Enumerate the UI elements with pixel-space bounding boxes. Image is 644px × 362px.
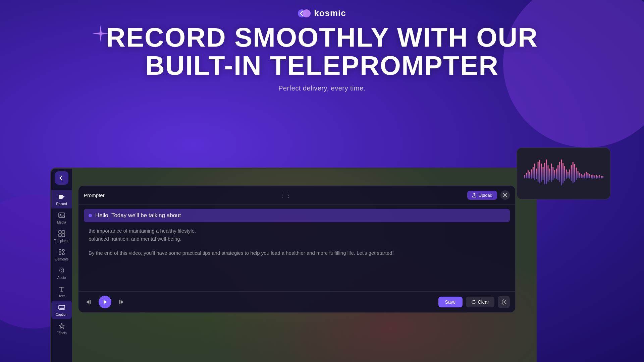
sidebar-label-effects: Effects — [56, 331, 66, 335]
header: kosmic — [0, 0, 644, 18]
svg-rect-68 — [591, 175, 592, 178]
svg-rect-45 — [552, 167, 553, 180]
prompter-actions: Upload — [467, 190, 510, 200]
sidebar-label-templates: Templates — [54, 239, 69, 243]
sidebar-label-elements: Elements — [55, 257, 69, 261]
save-button[interactable]: Save — [438, 297, 463, 307]
svg-rect-57 — [573, 162, 574, 183]
sidebar-item-record[interactable]: Record — [51, 190, 72, 208]
footer-right-controls: Save Clear — [438, 296, 510, 308]
brand-name: kosmic — [314, 8, 346, 18]
active-indicator — [89, 214, 92, 217]
svg-marker-23 — [104, 300, 107, 304]
svg-rect-46 — [554, 170, 555, 179]
svg-rect-37 — [539, 160, 540, 183]
svg-rect-72 — [597, 176, 598, 178]
prompter-footer: Save Clear — [78, 291, 515, 312]
sidebar-item-audio[interactable]: Audio — [51, 264, 72, 282]
play-icon — [102, 299, 108, 305]
sidebar-item-elements[interactable]: Elements — [51, 245, 72, 264]
svg-point-1 — [303, 9, 311, 17]
svg-rect-75 — [602, 176, 603, 178]
svg-rect-34 — [534, 164, 535, 180]
forward-icon — [117, 299, 124, 305]
svg-rect-32 — [531, 170, 532, 179]
svg-rect-60 — [578, 171, 579, 178]
svg-rect-41 — [546, 160, 547, 184]
svg-rect-8 — [59, 234, 61, 237]
sidebar-item-templates[interactable]: Templates — [51, 227, 72, 245]
prompter-body-2: By the end of this video, you'll have so… — [84, 248, 510, 258]
svg-rect-47 — [556, 169, 557, 179]
svg-rect-43 — [549, 169, 550, 180]
svg-rect-70 — [594, 175, 595, 178]
sidebar-item-effects[interactable]: Effects — [51, 319, 72, 338]
svg-rect-63 — [583, 175, 584, 178]
svg-rect-64 — [584, 174, 585, 179]
svg-rect-39 — [543, 167, 544, 180]
app-mockup: Record Media — [40, 168, 604, 362]
refresh-icon — [471, 300, 476, 304]
svg-rect-51 — [562, 163, 564, 183]
svg-point-13 — [62, 253, 64, 255]
svg-rect-4 — [59, 213, 65, 218]
rewind-icon — [86, 299, 93, 305]
audio-icon — [58, 266, 66, 275]
settings-button[interactable] — [498, 296, 510, 308]
svg-rect-22 — [90, 300, 91, 304]
close-icon — [503, 193, 507, 197]
svg-rect-73 — [599, 175, 600, 178]
svg-rect-36 — [538, 162, 539, 182]
prompter-title: Prompter — [84, 192, 105, 198]
svg-point-11 — [62, 249, 64, 251]
svg-rect-38 — [541, 164, 542, 182]
media-icon — [58, 211, 66, 219]
svg-rect-61 — [579, 173, 580, 178]
svg-rect-29 — [526, 173, 527, 179]
screen-frame: Record Media — [50, 168, 537, 362]
svg-rect-31 — [529, 172, 530, 179]
svg-rect-35 — [536, 169, 537, 179]
sidebar-item-media[interactable]: Media — [51, 208, 72, 227]
play-button[interactable] — [99, 296, 111, 308]
svg-rect-25 — [119, 300, 120, 304]
sidebar-item-text[interactable]: Text — [51, 282, 72, 301]
prompter-body-1: the importance of maintaining a healthy … — [84, 226, 510, 244]
logo-icon — [298, 8, 311, 18]
svg-rect-65 — [586, 172, 587, 179]
svg-rect-15 — [59, 305, 65, 309]
sidebar-logo-btn[interactable] — [55, 171, 68, 185]
clear-button[interactable]: Clear — [466, 297, 494, 307]
upload-button[interactable]: Upload — [467, 191, 497, 200]
sidebar: Record Media — [51, 169, 72, 362]
prompter-content: Hello, Today we'll be talking about the … — [78, 205, 515, 291]
waveform-visualization — [524, 155, 603, 192]
record-icon — [58, 193, 66, 201]
forward-button[interactable] — [115, 297, 126, 307]
close-button[interactable] — [500, 190, 510, 200]
svg-rect-49 — [559, 162, 560, 182]
prompter-body-text-2: By the end of this video, you'll have so… — [89, 249, 505, 257]
svg-rect-7 — [62, 231, 65, 233]
sidebar-label-record: Record — [56, 202, 67, 206]
svg-point-10 — [59, 249, 61, 251]
sidebar-item-caption[interactable]: Caption — [51, 301, 72, 319]
svg-rect-42 — [547, 165, 548, 182]
svg-rect-50 — [561, 160, 562, 185]
svg-rect-54 — [568, 172, 569, 178]
prompter-panel: Prompter ⋮⋮ Upload — [78, 185, 516, 313]
sidebar-label-media: Media — [57, 221, 66, 224]
svg-rect-48 — [557, 165, 558, 180]
rewind-button[interactable] — [84, 297, 95, 307]
prompter-header: Prompter ⋮⋮ Upload — [78, 186, 515, 205]
svg-rect-56 — [571, 165, 572, 181]
svg-rect-69 — [592, 174, 593, 179]
text-icon — [58, 285, 66, 293]
sidebar-label-text: Text — [58, 294, 64, 298]
templates-icon — [58, 230, 66, 238]
hero-title: RECORD SMOOTHLY WITH OUR BUILT-IN TELEPR… — [0, 23, 644, 80]
drag-handle[interactable]: ⋮⋮ — [279, 191, 292, 199]
svg-rect-66 — [587, 173, 588, 178]
svg-rect-71 — [596, 175, 597, 179]
svg-rect-30 — [528, 170, 529, 179]
